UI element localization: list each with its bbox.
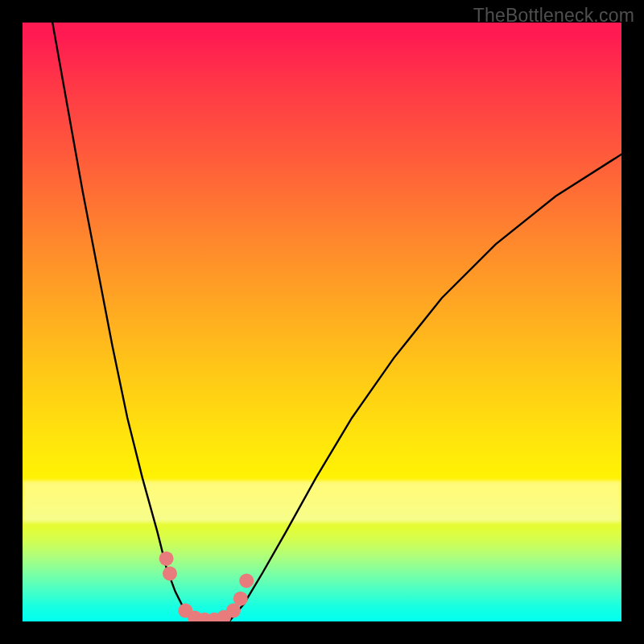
plot-area xyxy=(23,23,621,621)
outer-frame: TheBottleneck.com xyxy=(0,0,644,644)
watermark-text: TheBottleneck.com xyxy=(473,5,634,27)
curve-layer xyxy=(23,23,621,621)
curve-right xyxy=(229,155,621,621)
marker-dot xyxy=(239,573,254,588)
marker-dot xyxy=(159,551,174,566)
marker-dot xyxy=(163,567,177,581)
marker-dot xyxy=(233,592,248,606)
curve-left xyxy=(52,23,193,621)
